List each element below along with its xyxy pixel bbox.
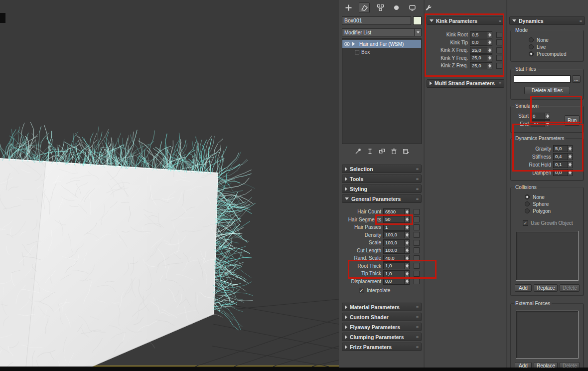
key-button[interactable]	[496, 55, 502, 61]
mode-option-live[interactable]: Live	[529, 43, 582, 50]
rollout-header-tools[interactable]: Tools ≡	[342, 175, 422, 183]
spinner-value[interactable]: 0	[531, 113, 545, 120]
spinner-arrows[interactable]	[404, 247, 410, 254]
radio-icon[interactable]	[529, 37, 534, 42]
spinner-value[interactable]: 20	[531, 120, 545, 127]
spinner-value[interactable]: 40,0	[383, 255, 404, 262]
rollout-header-kink[interactable]: Kink Parameters ≡	[427, 16, 504, 25]
viewport[interactable]	[0, 0, 339, 367]
rollout-header-selection[interactable]: Selection ≡	[342, 165, 422, 173]
key-button[interactable]	[414, 216, 420, 222]
sim-end-spinner[interactable]: 20	[531, 120, 550, 127]
key-button[interactable]	[414, 255, 420, 261]
cut-length-spinner[interactable]: 100,0	[383, 247, 410, 254]
key-button[interactable]	[496, 63, 502, 69]
rand-scale-spinner[interactable]: 40,0	[383, 255, 410, 262]
motion-tab-icon[interactable]	[391, 2, 402, 13]
display-tab-icon[interactable]	[407, 2, 418, 13]
modify-tab-icon[interactable]	[359, 2, 370, 13]
collisions-delete-button[interactable]: Delete	[560, 284, 580, 292]
spinner-arrows[interactable]	[404, 231, 410, 238]
spinner-arrows[interactable]	[567, 145, 573, 152]
spinner-value[interactable]: 25,0	[470, 54, 487, 61]
kink-x-freq-spinner[interactable]: 25,0	[470, 47, 492, 54]
hair-segments-spinner[interactable]: 50	[383, 216, 410, 223]
spinner-value[interactable]: 100,0	[383, 247, 404, 254]
collisions-option-none[interactable]: None	[525, 193, 582, 200]
kink-y-freq-spinner[interactable]: 25,0	[470, 54, 492, 61]
spinner-arrows[interactable]	[567, 161, 573, 168]
spinner-arrows[interactable]	[487, 54, 492, 61]
dampen-spinner[interactable]: 0,0	[553, 169, 573, 176]
object-color-swatch[interactable]	[413, 16, 422, 25]
spinner-value[interactable]: 0,1	[553, 161, 567, 168]
spinner-value[interactable]: 1	[383, 224, 404, 231]
rollout-header-dynamics[interactable]: Dynamics ≡	[509, 16, 585, 25]
dropdown-arrow-icon[interactable]	[414, 29, 421, 36]
spinner-value[interactable]: 6500	[383, 208, 404, 215]
hair-count-spinner[interactable]: 6500	[383, 208, 410, 215]
delete-all-files-button[interactable]: Delete all files	[524, 87, 570, 94]
spinner-arrows[interactable]	[404, 278, 410, 285]
spinner-arrows[interactable]	[567, 153, 573, 160]
collisions-list[interactable]	[516, 231, 579, 281]
object-name-field[interactable]: Box001	[342, 16, 411, 25]
visibility-eye-icon[interactable]	[344, 42, 350, 46]
spinner-arrows[interactable]	[545, 113, 550, 120]
spinner-arrows[interactable]	[545, 120, 550, 127]
spinner-value[interactable]: 100,0	[383, 231, 404, 238]
collisions-option-sphere[interactable]: Sphere	[525, 200, 582, 207]
spinner-value[interactable]: 25,0	[470, 62, 487, 69]
spinner-value[interactable]: 5,0	[553, 145, 567, 152]
density-spinner[interactable]: 100,0	[383, 231, 410, 238]
expand-arrow-icon[interactable]	[352, 42, 355, 46]
root-thick-spinner[interactable]: 1,0	[383, 262, 410, 269]
spinner-arrows[interactable]	[487, 62, 492, 69]
make-unique-icon[interactable]	[379, 148, 385, 155]
rollout-header-general[interactable]: General Parameters ≡	[342, 194, 422, 203]
stack-item-hair-and-fur[interactable]: Hair and Fur (WSM)	[342, 40, 421, 48]
kink-tip-spinner[interactable]: 0,0	[470, 39, 492, 46]
rollout-header-multi-strand[interactable]: Multi Strand Parameters ≡	[427, 79, 504, 88]
spinner-value[interactable]: 0,5	[470, 31, 487, 38]
spinner-value[interactable]: 0,0	[383, 278, 404, 285]
spinner-value[interactable]: 0,0	[553, 169, 567, 176]
spinner-arrows[interactable]	[404, 270, 410, 277]
browse-button[interactable]: ...	[572, 75, 581, 83]
key-button[interactable]	[496, 47, 502, 53]
rollout-header-clumping[interactable]: Clumping Parameters ≡	[342, 333, 422, 341]
spinner-arrows[interactable]	[404, 255, 410, 262]
spinner-arrows[interactable]	[404, 216, 410, 223]
radio-selected-icon[interactable]	[525, 194, 530, 199]
radio-icon[interactable]	[529, 44, 534, 49]
spinner-arrows[interactable]	[567, 169, 573, 176]
spinner-value[interactable]: 50	[383, 216, 404, 223]
stiffness-spinner[interactable]: 0,4	[553, 153, 573, 160]
spinner-arrows[interactable]	[404, 262, 410, 269]
spinner-arrows[interactable]	[487, 47, 492, 54]
mode-option-none[interactable]: None	[529, 36, 582, 43]
run-button[interactable]: Run	[565, 115, 580, 126]
spinner-arrows[interactable]	[487, 39, 492, 46]
remove-modifier-icon[interactable]	[391, 148, 397, 155]
key-button[interactable]	[414, 232, 420, 238]
modifier-stack[interactable]: Hair and Fur (WSM) Box	[342, 38, 422, 144]
spinner-value[interactable]: 100,0	[383, 239, 404, 246]
use-growth-object-checkbox[interactable]: ✓	[523, 220, 528, 226]
collisions-add-button[interactable]: Add	[515, 284, 532, 292]
rollout-header-flyaway[interactable]: Flyaway Parameters ≡	[342, 323, 422, 331]
radio-icon[interactable]	[525, 201, 530, 206]
external-forces-list[interactable]	[516, 311, 579, 359]
key-button[interactable]	[414, 240, 420, 246]
show-end-result-icon[interactable]	[367, 148, 373, 155]
spinner-value[interactable]: 25,0	[470, 47, 487, 54]
hair-passes-spinner[interactable]: 1	[383, 224, 410, 231]
stack-item-box[interactable]: Box	[342, 48, 421, 56]
rollout-header-styling[interactable]: Styling ≡	[342, 185, 422, 193]
collisions-option-polygon[interactable]: Polygon	[525, 207, 582, 214]
spinner-value[interactable]: 1,0	[383, 270, 404, 277]
modifier-list-dropdown[interactable]: Modifier List	[342, 28, 422, 36]
key-button[interactable]	[414, 209, 420, 215]
spinner-arrows[interactable]	[404, 208, 410, 215]
stat-file-field[interactable]	[514, 75, 571, 83]
